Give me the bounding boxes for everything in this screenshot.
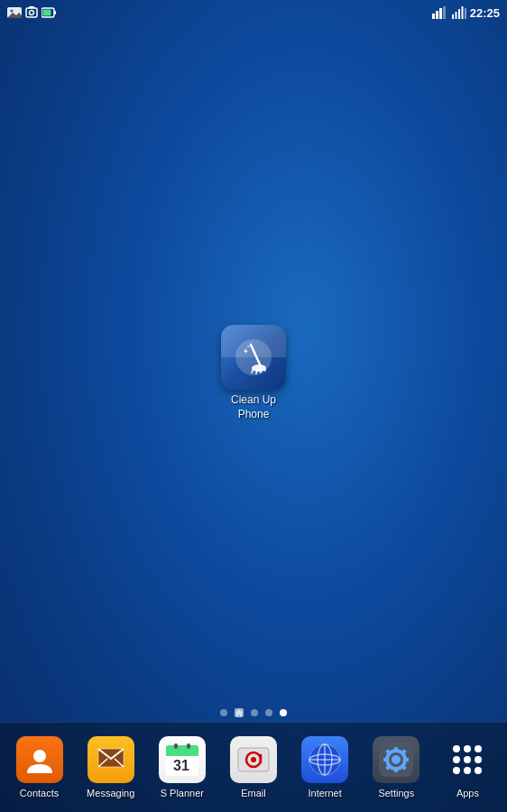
apps-label: Apps [456, 788, 479, 798]
svg-point-28 [33, 750, 46, 762]
svg-line-22 [256, 369, 257, 374]
internet-label: Internet [308, 788, 341, 798]
svg-point-68 [464, 767, 471, 774]
svg-point-1 [11, 10, 14, 13]
signal-icon [432, 6, 448, 19]
page-indicators [0, 708, 507, 717]
desktop: ✦ ✦ Clean Up Phone [0, 25, 507, 722]
svg-rect-16 [461, 6, 463, 19]
messaging-svg [96, 744, 126, 775]
dock-item-settings[interactable]: Settings [361, 736, 432, 798]
status-left-icons [7, 6, 56, 19]
svg-rect-54 [394, 768, 398, 772]
svg-text:✦: ✦ [243, 347, 249, 355]
email-svg [236, 743, 271, 777]
dock-item-messaging[interactable]: Messaging [75, 736, 146, 798]
settings-icon [373, 736, 419, 783]
email-icon [230, 736, 277, 783]
page-dot-home[interactable] [235, 708, 244, 717]
status-right-icons: 22:25 [432, 6, 500, 20]
svg-rect-9 [432, 14, 435, 19]
svg-text:✦: ✦ [246, 344, 250, 349]
svg-rect-10 [436, 11, 438, 19]
svg-rect-15 [458, 9, 460, 19]
svg-rect-12 [443, 6, 446, 19]
apps-svg [447, 740, 487, 780]
svg-rect-5 [29, 6, 34, 8]
svg-rect-11 [439, 8, 442, 19]
svg-rect-55 [383, 758, 388, 761]
gallery-icon [7, 7, 22, 18]
svg-point-42 [251, 757, 256, 762]
cleanup-phone-label: Clean Up Phone [231, 393, 276, 421]
svg-rect-3 [26, 8, 37, 17]
svg-rect-13 [452, 14, 454, 19]
apps-icon [444, 736, 491, 783]
svg-rect-56 [404, 758, 409, 761]
svg-marker-27 [235, 709, 243, 716]
home-dot-icon [235, 708, 244, 717]
wifi-icon [452, 6, 466, 19]
email-label: Email [241, 788, 266, 798]
cleanup-phone-app[interactable]: ✦ ✦ Clean Up Phone [221, 325, 286, 421]
svg-rect-53 [394, 747, 398, 752]
dock-item-apps[interactable]: Apps [432, 736, 503, 798]
dock-item-internet[interactable]: Internet [290, 736, 361, 798]
svg-rect-35 [166, 751, 198, 756]
internet-icon [301, 736, 348, 783]
svg-point-66 [475, 756, 482, 763]
svg-point-52 [392, 755, 401, 764]
page-dot-5[interactable] [280, 709, 287, 716]
contacts-icon [16, 736, 63, 783]
contacts-svg [24, 744, 55, 775]
dock-item-email[interactable]: Email [217, 736, 289, 798]
svg-rect-7 [54, 11, 56, 14]
settings-label: Settings [378, 788, 414, 798]
svg-point-69 [475, 767, 482, 774]
contacts-label: Contacts [20, 788, 59, 798]
photo-icon [25, 6, 38, 19]
cleanup-phone-icon: ✦ ✦ [221, 325, 286, 390]
svg-rect-8 [43, 10, 51, 16]
status-bar: 22:25 [0, 0, 507, 25]
page-dot-1[interactable] [220, 709, 227, 716]
page-dot-3[interactable] [251, 709, 258, 716]
svg-rect-17 [465, 8, 466, 19]
splanner-label: S Planner [161, 788, 204, 798]
svg-rect-37 [174, 743, 178, 749]
svg-point-64 [453, 756, 460, 763]
battery-icon [41, 6, 56, 19]
splanner-svg: 31 [164, 742, 200, 778]
dock-item-splanner[interactable]: 31 S Planner [146, 736, 217, 798]
svg-point-62 [464, 745, 471, 752]
splanner-icon: 31 [159, 736, 206, 783]
dock-item-contacts[interactable]: Contacts [4, 736, 75, 798]
settings-svg [379, 743, 413, 777]
svg-text:31: 31 [173, 758, 189, 773]
messaging-icon [88, 736, 134, 783]
svg-rect-14 [455, 12, 456, 19]
clock-time: 22:25 [470, 6, 500, 20]
broom-svg: ✦ ✦ [234, 337, 273, 377]
svg-point-63 [475, 745, 482, 752]
svg-point-67 [453, 767, 460, 774]
svg-line-24 [264, 366, 265, 371]
dock: Contacts Messaging 31 [0, 722, 507, 812]
internet-svg [308, 743, 342, 777]
svg-point-65 [464, 756, 471, 763]
svg-rect-38 [187, 743, 190, 749]
svg-point-4 [30, 11, 34, 15]
messaging-label: Messaging [87, 788, 134, 798]
page-dot-4[interactable] [265, 709, 272, 716]
svg-point-61 [453, 745, 460, 752]
